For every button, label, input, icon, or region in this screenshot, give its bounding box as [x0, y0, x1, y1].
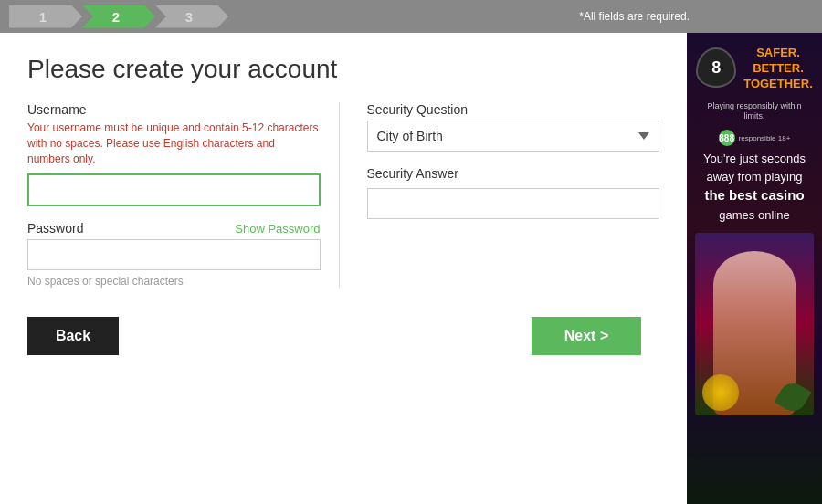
step-2: 2 [82, 5, 155, 28]
step-1-box: 1 [9, 5, 82, 28]
gold-decor [702, 374, 739, 411]
sidebar-ad: 8 SAFER. BETTER. TOGETHER. Playing respo… [687, 33, 822, 504]
responsible-label: responsible 18+ [739, 134, 791, 142]
main-area: Please create your account Username Your… [0, 33, 822, 504]
responsible-row: 888 responsible 18+ [719, 130, 791, 146]
security-question-wrapper: City of Birth Mother's Maiden Name First… [367, 121, 660, 152]
form-columns: Username Your username must be unique an… [27, 102, 659, 288]
security-answer-input[interactable] [367, 188, 660, 219]
back-button[interactable]: Back [27, 317, 119, 355]
form-col-left: Username Your username must be unique an… [27, 102, 340, 288]
username-label: Username [27, 102, 321, 117]
responsible-circle: 888 [719, 130, 735, 146]
ad-sub-text: Playing responsibly within limits. [696, 101, 813, 122]
ad-body-text: You're just seconds away from playing th… [703, 150, 806, 224]
security-question-label: Security Question [367, 102, 660, 117]
password-label: Password [27, 221, 83, 236]
username-error: Your username must be unique and contain… [27, 121, 321, 166]
tagline: SAFER. BETTER. TOGETHER. [743, 46, 813, 92]
show-password-link[interactable]: Show Password [235, 222, 320, 236]
username-input[interactable] [27, 173, 321, 206]
password-hint: No spaces or special characters [27, 275, 321, 288]
password-row: Password Show Password [27, 221, 321, 236]
step-1: 1 [9, 5, 82, 28]
progress-bar: 1 2 3 *All fields are required. [0, 0, 822, 33]
shield-row: 8 SAFER. BETTER. TOGETHER. [696, 46, 813, 96]
step-2-box: 2 [82, 5, 155, 28]
form-col-right: Security Question City of Birth Mother's… [340, 102, 660, 288]
tagline-block: SAFER. BETTER. TOGETHER. [743, 46, 813, 96]
step-container: 1 2 3 [9, 5, 228, 28]
buttons-row: Back Next > [27, 317, 659, 355]
security-question-select[interactable]: City of Birth Mother's Maiden Name First… [367, 121, 660, 152]
password-input[interactable] [27, 239, 321, 270]
step-3: 3 [155, 5, 228, 28]
shield-icon: 8 [696, 47, 736, 88]
ad-image [695, 233, 814, 415]
form-panel: Please create your account Username Your… [0, 33, 687, 504]
required-note: *All fields are required. [579, 10, 690, 23]
step-3-box: 3 [155, 5, 228, 28]
security-answer-label: Security Answer [367, 166, 660, 181]
next-button[interactable]: Next > [532, 317, 641, 355]
page-title: Please create your account [27, 55, 659, 84]
